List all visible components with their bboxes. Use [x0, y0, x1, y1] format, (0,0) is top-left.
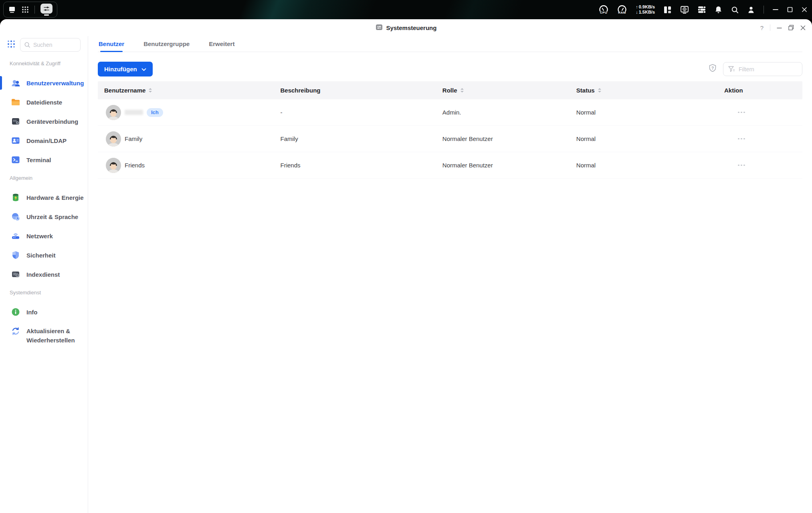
sidebar-item-label: Benutzerverwaltung — [26, 80, 84, 87]
sidebar: Konnektivität & Zugriff Benutzerverwaltu… — [0, 36, 88, 513]
show-desktop-icon[interactable] — [8, 6, 16, 14]
sidebar-section-label: Systemdienst — [10, 290, 88, 297]
taskbar: CPU RAM ↑0.9KB/s ↓1.5KB/s — [0, 0, 812, 19]
window-titlebar[interactable]: Systemsteuerung ? — [0, 19, 812, 36]
column-header-benutzername[interactable]: Benutzername — [98, 87, 274, 94]
window-minimize-icon[interactable] — [777, 25, 782, 30]
sidebar-item-label: Hardware & Energie — [26, 194, 84, 201]
protection-help-shield-icon[interactable]: ? — [708, 64, 717, 74]
tab-benutzer[interactable]: Benutzer — [98, 36, 125, 52]
row-actions-icon[interactable] — [736, 136, 802, 142]
sidebar-item-label: Info — [26, 309, 38, 316]
help-button[interactable]: ? — [760, 24, 764, 31]
desktop-close-icon[interactable] — [802, 7, 807, 12]
column-header-status[interactable]: Status — [570, 87, 718, 94]
sidebar-search — [20, 38, 81, 52]
add-user-button-label: Hinzufügen — [104, 66, 137, 72]
sidebar-item-info[interactable]: Info — [0, 302, 88, 322]
user-menu-icon[interactable] — [747, 6, 755, 14]
download-speed: 1.5KB/s — [639, 10, 655, 15]
table-header-row: Benutzername Beschreibung Rolle Status — [98, 81, 802, 99]
cpu-gauge-widget[interactable]: CPU — [599, 5, 608, 14]
notifications-bell-icon[interactable] — [715, 6, 722, 14]
sidebar-item-benutzerverwaltung[interactable]: Benutzerverwaltung — [0, 73, 88, 93]
redacted-username — [125, 110, 143, 115]
sidebar-item-uhrzeit-sprache[interactable]: Uhrzeit & Sprache — [0, 207, 88, 226]
users-icon — [11, 78, 20, 88]
sort-icon — [461, 88, 464, 93]
toolbar: Hinzufügen ? — [98, 62, 802, 76]
sidebar-section-label: Allgemein — [10, 175, 88, 182]
window-restore-icon[interactable] — [788, 25, 794, 30]
table-row[interactable]: Family Family Normaler Benutzer Normal — [98, 126, 802, 152]
taskbar-separator — [764, 6, 764, 14]
search-icon[interactable] — [731, 6, 739, 14]
row-actions-icon[interactable] — [736, 162, 802, 169]
sidebar-item-sicherheit[interactable]: Sicherheit — [0, 245, 88, 265]
avatar — [106, 158, 121, 173]
titlebar-separator — [770, 24, 770, 31]
sidebar-item-label: Geräteverbindung — [26, 118, 78, 125]
desktop-maximize-icon[interactable] — [787, 7, 793, 12]
table-row[interactable]: Ich - Admin. Normal — [98, 99, 802, 126]
sidebar-item-indexdienst[interactable]: Indexdienst — [0, 265, 88, 284]
ram-gauge-label: RAM — [618, 11, 626, 14]
column-header-beschreibung[interactable]: Beschreibung — [274, 87, 436, 94]
folder-icon — [11, 97, 20, 107]
sort-icon — [598, 88, 601, 93]
cell-status: Normal — [570, 109, 718, 116]
upload-speed: 0.9KB/s — [639, 4, 655, 10]
pilot-view-icon[interactable] — [664, 6, 671, 14]
device-icon — [11, 117, 20, 126]
control-panel-window: Systemsteuerung ? — [0, 19, 812, 513]
cell-role: Normaler Benutzer — [436, 135, 570, 142]
app-launcher-icon[interactable] — [22, 6, 29, 13]
sidebar-item-dateidienste[interactable]: Dateidienste — [0, 93, 88, 112]
sidebar-item-label: Terminal — [26, 157, 51, 163]
sidebar-item-geraeteverbindung[interactable]: Geräteverbindung — [0, 112, 88, 131]
main-content: Benutzer Benutzergruppe Erweitert Hinzuf… — [88, 36, 812, 513]
tab-bar: Benutzer Benutzergruppe Erweitert — [98, 36, 802, 52]
taskbar-separator — [34, 6, 35, 14]
user-table: Benutzername Beschreibung Rolle Status — [98, 81, 802, 179]
cell-username: Family — [125, 135, 142, 142]
sidebar-item-terminal[interactable]: Terminal — [0, 150, 88, 169]
taskbar-control-panel-icon[interactable] — [40, 4, 53, 16]
sidebar-item-label: Netzwerk — [26, 233, 53, 239]
ram-gauge-widget[interactable]: RAM — [617, 5, 627, 14]
row-actions-icon[interactable] — [736, 109, 802, 116]
globe-clock-icon — [11, 212, 20, 221]
cell-status: Normal — [570, 135, 718, 142]
desktop: CPU RAM ↑0.9KB/s ↓1.5KB/s — [0, 0, 812, 513]
network-speed-widget[interactable]: ↑0.9KB/s ↓1.5KB/s — [636, 4, 655, 15]
download-arrow-icon: ↓ — [636, 10, 638, 15]
category-grid-icon[interactable] — [7, 40, 16, 50]
info-icon — [11, 307, 20, 317]
chevron-down-icon — [141, 66, 146, 72]
tab-erweitert[interactable]: Erweitert — [208, 36, 235, 52]
avatar — [106, 105, 121, 120]
security-advisor-icon[interactable] — [680, 6, 689, 14]
cell-role: Admin. — [436, 109, 570, 116]
tab-benutzergruppe[interactable]: Benutzergruppe — [143, 36, 190, 52]
add-user-button[interactable]: Hinzufügen — [98, 62, 153, 76]
sidebar-item-label: Uhrzeit & Sprache — [26, 213, 78, 220]
sort-icon — [149, 88, 152, 93]
avatar — [106, 131, 121, 147]
sidebar-item-netzwerk[interactable]: Netzwerk — [0, 226, 88, 245]
resource-monitor-icon[interactable] — [698, 6, 706, 13]
desktop-minimize-icon[interactable] — [773, 7, 778, 12]
filter-funnel-icon — [728, 66, 735, 74]
search-icon — [24, 42, 30, 50]
sidebar-item-label: Dateidienste — [26, 99, 62, 106]
sidebar-item-aktualisieren-wiederherstellen[interactable]: Aktualisieren & Wiederherstellen — [0, 322, 88, 349]
filter-field — [723, 62, 802, 76]
sidebar-item-hardware-energie[interactable]: Hardware & Energie — [0, 188, 88, 207]
column-header-aktion: Aktion — [718, 87, 802, 94]
router-icon — [11, 231, 20, 241]
current-user-badge: Ich — [147, 108, 163, 117]
window-close-icon[interactable] — [800, 25, 806, 30]
column-header-rolle[interactable]: Rolle — [436, 87, 570, 94]
table-row[interactable]: Friends Friends Normaler Benutzer Normal — [98, 152, 802, 179]
sidebar-item-domain-ldap[interactable]: Domain/LDAP — [0, 131, 88, 150]
